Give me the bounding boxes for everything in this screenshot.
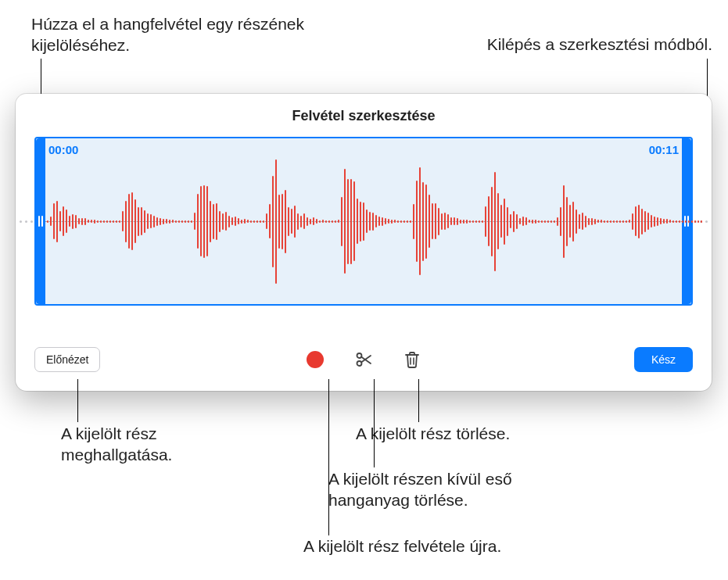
record-icon	[307, 351, 324, 368]
callout-exit-edit: Kilépés a szerkesztési módból.	[376, 34, 712, 55]
callout-drag-select: Húzza el a hangfelvétel egy részének kij…	[31, 14, 328, 56]
svg-line-2	[361, 357, 371, 364]
callout-rerecord: A kijelölt rész felvétele újra.	[303, 536, 601, 557]
callout-line	[328, 379, 329, 535]
waveform-overflow-left	[16, 220, 34, 223]
callout-preview: A kijelölt rész meghallgatása.	[61, 424, 249, 466]
toolbar: Előnézet Kész	[34, 344, 693, 375]
scissors-icon	[354, 350, 373, 369]
edit-recording-window: Felvétel szerkesztése 00:00 00:11 Előnéz…	[16, 94, 712, 391]
trash-icon	[403, 350, 421, 369]
callout-delete: A kijelölt rész törlése.	[356, 424, 590, 445]
callout-line	[418, 379, 419, 422]
waveform-area[interactable]: 00:00 00:11	[34, 137, 693, 306]
callout-line	[77, 379, 78, 422]
callout-line	[374, 379, 375, 467]
record-button[interactable]	[304, 349, 326, 371]
window-title: Felvétel szerkesztése	[16, 94, 712, 137]
svg-line-3	[361, 356, 371, 363]
preview-button[interactable]: Előnézet	[34, 347, 100, 372]
waveform-bars	[47, 154, 680, 288]
delete-button[interactable]	[401, 349, 423, 371]
trim-handle-left[interactable]	[36, 138, 45, 304]
callout-trim: A kijelölt részen kívül eső hanganyag tö…	[328, 469, 579, 511]
center-tools	[304, 349, 423, 371]
trim-button[interactable]	[353, 349, 375, 371]
done-button[interactable]: Kész	[634, 347, 693, 372]
selection-region[interactable]: 00:00 00:11	[34, 137, 693, 306]
